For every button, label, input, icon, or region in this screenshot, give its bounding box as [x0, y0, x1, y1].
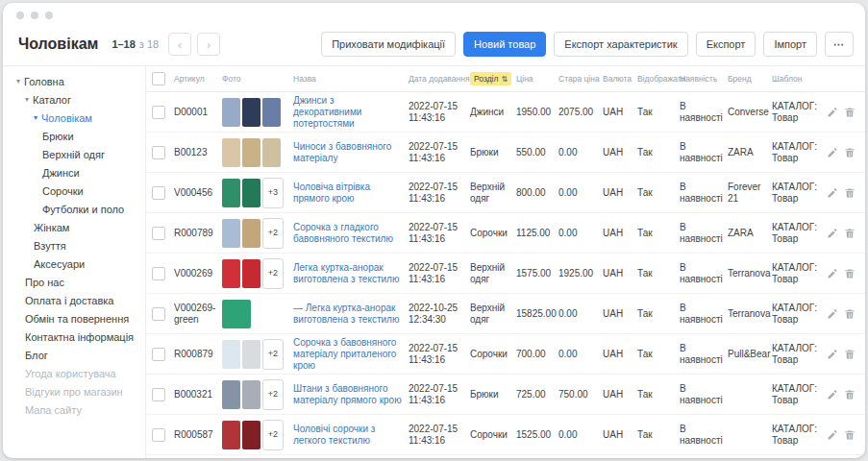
delete-trash-icon[interactable] [844, 228, 856, 239]
more-actions-button[interactable]: ⋯ [825, 32, 854, 57]
product-photo[interactable] [222, 380, 240, 409]
column-header-price[interactable]: Ціна [513, 74, 556, 84]
delete-trash-icon[interactable] [844, 349, 856, 360]
delete-trash-icon[interactable] [844, 147, 856, 158]
sidebar-item[interactable]: Верхній одяг [3, 145, 145, 163]
row-checkbox[interactable] [152, 186, 165, 200]
row-checkbox[interactable] [152, 348, 165, 361]
product-name-link[interactable]: — Легка куртка-анорак виготовлена з текс… [293, 303, 399, 325]
product-name-link[interactable]: Чиноси з бавовняного матеріалу [293, 141, 391, 163]
window-control-icon[interactable] [16, 12, 24, 19]
sidebar-item[interactable]: Контактна інформація [3, 328, 145, 346]
sidebar-item[interactable]: Угода користувача [3, 364, 145, 382]
sidebar-item[interactable]: Брюки [3, 127, 145, 145]
row-checkbox[interactable] [152, 388, 165, 401]
sidebar-item[interactable]: ▾Каталог [3, 90, 145, 109]
product-photo[interactable] [242, 340, 260, 369]
column-header-brand[interactable]: Бренд [725, 74, 769, 84]
sidebar-item[interactable]: Обмін та повернення [3, 309, 145, 328]
sidebar-item[interactable]: Про нас [3, 273, 145, 291]
product-photo[interactable] [242, 98, 260, 127]
edit-pencil-icon[interactable] [827, 228, 838, 239]
next-page-button[interactable]: › [197, 33, 220, 56]
column-header-display[interactable]: Відображати [634, 74, 677, 84]
sidebar-item[interactable]: ▾Головна [3, 72, 145, 90]
edit-pencil-icon[interactable] [827, 389, 838, 400]
product-photo[interactable] [262, 98, 281, 127]
row-checkbox[interactable] [152, 428, 165, 442]
product-name-link[interactable]: Чоловіча вітрівка прямого крою [293, 182, 370, 204]
import-button[interactable]: Імпорт [763, 32, 817, 57]
column-header-availability[interactable]: Наявність [677, 74, 725, 84]
row-checkbox[interactable] [152, 106, 165, 119]
more-photos-badge[interactable]: +2 [262, 339, 284, 370]
column-header-article[interactable]: Артикул [171, 74, 219, 84]
edit-pencil-icon[interactable] [827, 268, 838, 279]
sidebar-item[interactable]: Сорочки [3, 182, 145, 200]
product-photo[interactable] [222, 138, 240, 167]
column-header-name[interactable]: Назва [290, 74, 406, 84]
product-photo[interactable] [222, 219, 240, 248]
window-control-icon[interactable] [31, 12, 38, 19]
edit-pencil-icon[interactable] [827, 349, 838, 360]
product-photo[interactable] [242, 380, 260, 409]
product-name-link[interactable]: Легка куртка-анорак виготовлена з тексти… [293, 262, 399, 284]
product-photo[interactable] [242, 138, 260, 167]
product-photo[interactable] [242, 421, 260, 449]
column-header-template[interactable]: Шаблон [769, 74, 825, 84]
export-button[interactable]: Експорт [696, 32, 756, 57]
edit-pencil-icon[interactable] [827, 107, 838, 118]
window-control-icon[interactable] [45, 12, 53, 19]
column-header-photo[interactable]: Фото [219, 74, 290, 84]
product-photo[interactable] [222, 340, 240, 369]
sidebar-item[interactable]: Відгуки про магазин [3, 382, 145, 400]
product-photo[interactable] [222, 421, 240, 449]
sorted-column-highlight[interactable]: Розділ ⇅ [470, 72, 511, 85]
sidebar-item[interactable]: Оплата і доставка [3, 291, 145, 309]
column-header-section[interactable]: Розділ ⇅ [467, 72, 513, 85]
more-photos-badge[interactable]: +2 [262, 218, 284, 249]
more-photos-badge[interactable]: +2 [262, 379, 284, 410]
sidebar-item[interactable]: Аксесуари [3, 255, 145, 273]
delete-trash-icon[interactable] [844, 268, 856, 279]
sidebar-item[interactable]: Взуття [3, 236, 145, 255]
sidebar-item[interactable]: Жінкам [3, 218, 145, 236]
edit-pencil-icon[interactable] [827, 147, 838, 158]
product-photo[interactable] [242, 179, 260, 207]
product-photo[interactable] [222, 300, 251, 328]
delete-trash-icon[interactable] [844, 308, 856, 320]
more-photos-badge[interactable]: +2 [262, 258, 284, 289]
edit-pencil-icon[interactable] [827, 429, 838, 441]
delete-trash-icon[interactable] [844, 429, 856, 441]
sidebar-item[interactable]: Футболки и поло [3, 200, 145, 218]
sidebar-item[interactable]: Мапа сайту [3, 400, 145, 419]
sidebar-item[interactable]: Джинси [3, 163, 145, 182]
product-name-link[interactable]: Сорочка з гладкого бавовняного текстилю [293, 222, 393, 244]
product-name-link[interactable]: Джинси з декоративними потертостями [293, 95, 361, 129]
delete-trash-icon[interactable] [844, 389, 856, 400]
new-product-button[interactable]: Новий товар [463, 32, 546, 57]
delete-trash-icon[interactable] [844, 187, 856, 199]
product-photo[interactable] [242, 219, 260, 248]
select-all-checkbox[interactable] [152, 72, 165, 85]
row-checkbox[interactable] [152, 227, 165, 240]
column-header-currency[interactable]: Валюта [600, 74, 634, 84]
edit-pencil-icon[interactable] [827, 187, 838, 199]
prev-page-button[interactable]: ‹ [168, 33, 191, 56]
row-checkbox[interactable] [152, 307, 165, 321]
product-name-link[interactable]: Штани з бавовняного матеріалу прямого кр… [293, 383, 402, 405]
product-photo[interactable] [222, 259, 240, 288]
column-header-old-price[interactable]: Стара ціна [556, 74, 600, 84]
more-photos-badge[interactable]: +3 [262, 178, 284, 208]
sidebar-item[interactable]: ▾Чоловікам [3, 109, 145, 127]
row-checkbox[interactable] [152, 267, 165, 280]
product-name-link[interactable]: Чоловічі сорочки з легкого текстилю [293, 424, 375, 446]
export-characteristics-button[interactable]: Експорт характеристик [554, 32, 687, 57]
sidebar-item[interactable]: Блог [3, 346, 145, 364]
product-photo[interactable] [262, 138, 281, 167]
delete-trash-icon[interactable] [844, 107, 856, 118]
hide-modifications-button[interactable]: Приховати модифікації [321, 32, 456, 57]
more-photos-badge[interactable]: +2 [262, 420, 284, 450]
product-name-link[interactable]: Сорочка з бавовняного матеріалу притален… [293, 337, 396, 371]
edit-pencil-icon[interactable] [827, 308, 838, 320]
